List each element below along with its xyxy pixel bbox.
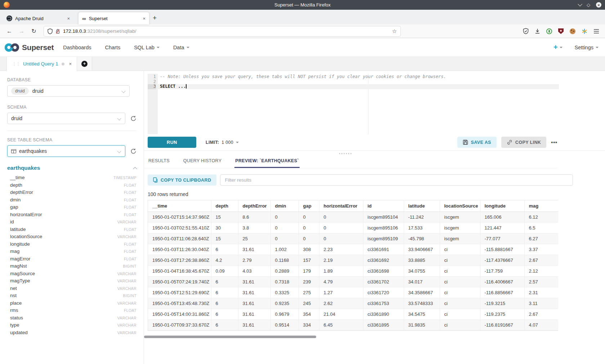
add-query-tab-button[interactable]: + [77,57,92,70]
query-tab-untitled[interactable]: ⋮⋮ Untitled Query 1 × [6,57,77,71]
refresh-schema-icon[interactable] [130,115,136,122]
downloads-icon[interactable] [535,28,540,34]
table-cell: 34.3586667 [404,287,440,298]
table-icon [11,149,16,153]
column-header[interactable]: depth [211,200,238,212]
database-select[interactable]: druid druid [7,85,130,97]
column-name: longitude [10,241,30,247]
text-cursor [186,84,187,88]
scrollbar-thumb[interactable] [144,336,316,338]
add-new-button[interactable]: + [554,43,563,51]
column-type: FLOAT [124,242,136,246]
table-cell: 1950-01-07T09:37:33.670Z [148,320,211,331]
table-cell: 33.8885 [404,255,440,266]
table-cell: 6.45 [319,320,363,331]
reload-button[interactable]: ↻ [29,28,39,35]
tab-results[interactable]: RESULTS [148,156,170,168]
forward-button[interactable]: → [17,28,27,35]
superset-brand[interactable]: Superset [4,42,54,53]
column-type: VARCHAR [117,323,136,327]
more-actions-button[interactable]: ••• [551,140,557,145]
window-minimize-icon[interactable] [578,2,582,6]
new-tab-button[interactable]: + [153,14,157,22]
pane-resize-handle[interactable] [144,151,605,156]
limit-dropdown[interactable]: LIMIT: 1 000 [206,140,239,145]
table-row: 1950-01-03T11:26:30.040Z631.611.0023082.… [148,244,558,255]
column-type: FLOAT [124,198,136,202]
schema-select[interactable]: druid [7,113,125,124]
window-maximize-icon[interactable]: ◇ [587,3,590,7]
colorful-asterisk-extension-icon[interactable] [582,28,587,34]
window-title: Superset — Mozilla Firefox [0,2,605,8]
column-header[interactable]: gap [299,200,319,212]
schema-column: magTypeVARCHAR [7,278,136,286]
chevron-down-icon [121,89,125,93]
settings-label: Settings [575,45,593,50]
column-header[interactable]: horizontalError [319,200,363,212]
collapse-chevron-up-icon[interactable] [133,167,137,171]
browser-tab-superset[interactable]: ∞ Superset × [79,12,149,24]
editor-toolbar: RUN LIMIT: 1 000 SAVE AS [144,134,605,151]
table-cell: 0.9679 [270,309,299,320]
window-close-icon[interactable]: × [596,2,601,8]
table-cell: 4.07 [524,320,558,331]
grip-dots-icon [339,153,352,154]
table-cell: 31.61 [238,298,270,309]
column-header[interactable]: locationSource [440,200,480,212]
tab-preview-earthquakes[interactable]: PREVIEW: `EARTHQUAKES` [234,156,300,168]
back-button[interactable]: ← [4,28,14,35]
column-header[interactable]: longitude [480,200,524,212]
caret-down-icon [236,142,239,143]
ublock-shield-icon[interactable] [558,28,564,34]
table-cell: 1950-01-05T14:00:31.860Z [148,309,211,320]
column-header[interactable]: latitude [404,200,440,212]
table-cell: ci [440,244,480,255]
query-tab-close-icon[interactable]: × [69,61,72,67]
drag-handle-icon[interactable]: ⋮⋮ [12,61,20,67]
insecure-lock-icon[interactable] [55,28,60,34]
tracking-shield-icon[interactable] [48,28,53,34]
menu-hamburger-icon[interactable] [593,29,599,34]
column-header[interactable]: depthError [238,200,270,212]
tab-close-icon[interactable]: × [143,16,145,21]
table-row: 1950-01-03T11:06:28.640Z1525000iscgem895… [148,233,558,244]
schema-value: druid [11,115,22,121]
copy-link-button[interactable]: COPY LINK [501,137,546,148]
table-cell: ci3361753 [363,298,404,309]
table-select[interactable]: earthquakes [7,145,125,157]
bookmark-star-icon[interactable]: ☆ [392,28,397,35]
column-header[interactable]: __time [148,200,211,212]
column-header[interactable]: dmin [270,200,299,212]
table-cell: 0 [319,233,363,244]
table-cell: 0.9235 [270,298,299,309]
nav-item-dashboards[interactable]: Dashboards [63,45,91,50]
run-button[interactable]: RUN [148,137,196,148]
extension-green-icon[interactable] [546,28,552,34]
table-schema-title[interactable]: earthquakes [7,165,40,171]
save-as-button[interactable]: SAVE AS [457,137,497,148]
filter-results-input[interactable] [220,174,573,186]
table-cell: 239 [299,277,319,287]
horizontal-scrollbar[interactable] [144,336,557,338]
column-type: FLOAT [124,213,136,217]
sql-editor[interactable]: 1 2 3 -- Note: Unless you save your quer… [148,74,559,134]
editor-code-area[interactable]: -- Note: Unless you save your query, the… [158,74,559,134]
copy-to-clipboard-button[interactable]: COPY TO CLIPBOARD [148,174,216,186]
browser-tab-apache-druid[interactable]: Apache Druid × [3,12,73,24]
refresh-table-icon[interactable] [130,148,136,154]
cookie-extension-icon[interactable] [570,28,575,34]
nav-item-sql-lab[interactable]: SQL Lab [134,45,160,50]
tab-query-history[interactable]: QUERY HISTORY [183,156,222,168]
tab-close-icon[interactable]: × [67,16,70,21]
column-header[interactable]: mag [524,200,558,212]
table-row: 1950-01-05T13:45:48.730Z631.610.92352452… [148,298,558,309]
table-cell: 245 [299,298,319,309]
url-bar[interactable]: 172.18.0.3:32108/superset/sqllab/ ☆ [44,26,400,36]
nav-item-data[interactable]: Data [173,45,189,50]
nav-item-charts[interactable]: Charts [105,45,120,50]
settings-menu[interactable]: Settings [575,45,599,50]
column-header[interactable]: id [363,200,404,212]
protections-shield-icon[interactable] [523,28,529,34]
table-cell: 2.12 [524,266,558,277]
table-cell: 31.61 [238,287,270,298]
